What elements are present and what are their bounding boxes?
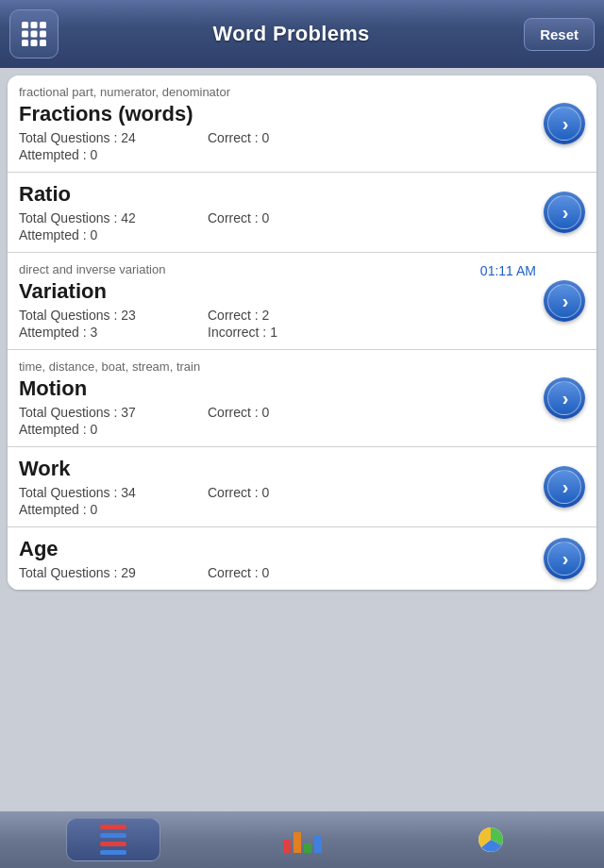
svg-rect-6: [22, 40, 28, 46]
stats-row-1: Total Questions : 37 Correct : 0: [19, 405, 536, 420]
item-stats-age: Total Questions : 29 Correct : 0: [19, 565, 536, 580]
item-subtitle-variation: direct and inverse variation: [19, 262, 165, 276]
total-questions-ratio: Total Questions : 42: [19, 210, 208, 225]
svg-rect-3: [22, 31, 28, 38]
chevron-inner: ›: [547, 542, 581, 576]
item-content-age: Age Total Questions : 29 Correct : 0: [19, 537, 536, 580]
correct-ratio: Correct : 0: [208, 210, 269, 225]
list-item[interactable]: direct and inverse variation 01:11 AM Va…: [8, 253, 596, 350]
chevron-button-fractions[interactable]: ›: [544, 103, 585, 144]
incorrect-variation: Incorrect : 1: [208, 325, 277, 340]
item-content-variation: direct and inverse variation 01:11 AM Va…: [19, 262, 536, 340]
list-item[interactable]: Work Total Questions : 34 Correct : 0 At…: [8, 447, 596, 527]
chevron-inner: ›: [547, 470, 581, 504]
tab-bar: [0, 811, 604, 868]
stats-row-1: Total Questions : 42 Correct : 0: [19, 210, 536, 225]
chevron-inner: ›: [547, 381, 581, 415]
item-subtitle-motion: time, distance, boat, stream, train: [19, 359, 536, 374]
attempted-variation: Attempted : 3: [19, 325, 208, 340]
stats-row-2: Attempted : 0: [19, 422, 536, 437]
list-item[interactable]: Ratio Total Questions : 42 Correct : 0 A…: [8, 173, 596, 253]
grid-menu-button[interactable]: [9, 9, 59, 58]
chevron-button-motion[interactable]: ›: [544, 377, 585, 419]
stats-row-1: Total Questions : 24 Correct : 0: [19, 130, 536, 145]
item-content-work: Work Total Questions : 34 Correct : 0 At…: [19, 457, 536, 517]
item-title-work: Work: [19, 457, 536, 481]
category-list: fractional part, numerator, denominator …: [8, 75, 596, 590]
svg-rect-8: [40, 40, 46, 46]
item-content-fractions: fractional part, numerator, denominator …: [19, 85, 536, 162]
item-content-ratio: Ratio Total Questions : 42 Correct : 0 A…: [19, 182, 536, 242]
svg-rect-5: [40, 31, 46, 38]
item-subtitle-fractions: fractional part, numerator, denominator: [19, 85, 536, 99]
tab-pie-chart[interactable]: [444, 818, 538, 861]
list-item[interactable]: Age Total Questions : 29 Correct : 0 ›: [8, 527, 596, 590]
stats-row-2: Attempted : 0: [19, 147, 536, 162]
item-title-age: Age: [19, 537, 536, 561]
app-header: Word Problems Reset: [0, 0, 604, 68]
tab-list[interactable]: [66, 818, 160, 861]
bar-chart-icon: [283, 826, 322, 853]
correct-work: Correct : 0: [208, 485, 269, 500]
stats-row-1: Total Questions : 23 Correct : 2: [19, 308, 536, 323]
total-questions-fractions: Total Questions : 24: [19, 130, 208, 145]
svg-rect-2: [40, 22, 46, 28]
item-title-variation: Variation: [19, 279, 536, 304]
total-questions-variation: Total Questions : 23: [19, 308, 208, 323]
pie-chart-icon: [477, 826, 505, 854]
correct-age: Correct : 0: [208, 565, 269, 580]
chevron-inner: ›: [547, 107, 581, 141]
correct-fractions: Correct : 0: [208, 130, 269, 145]
correct-motion: Correct : 0: [208, 405, 269, 420]
svg-rect-1: [31, 22, 38, 28]
correct-variation: Correct : 2: [208, 308, 269, 323]
list-icon: [100, 825, 126, 855]
total-questions-work: Total Questions : 34: [19, 485, 208, 500]
item-stats-variation: Total Questions : 23 Correct : 2 Attempt…: [19, 308, 536, 340]
chevron-button-work[interactable]: ›: [544, 466, 585, 508]
item-title-ratio: Ratio: [19, 182, 536, 207]
chevron-right-icon: ›: [562, 477, 569, 496]
chevron-button-age[interactable]: ›: [544, 538, 585, 579]
chevron-right-icon: ›: [562, 292, 569, 310]
chevron-right-icon: ›: [562, 549, 569, 568]
subtitle-row-variation: direct and inverse variation 01:11 AM: [19, 262, 536, 279]
item-title-motion: Motion: [19, 376, 536, 401]
chevron-right-icon: ›: [562, 114, 569, 133]
svg-rect-0: [22, 22, 28, 28]
total-questions-motion: Total Questions : 37: [19, 405, 208, 420]
stats-row-1: Total Questions : 34 Correct : 0: [19, 485, 536, 500]
chevron-right-icon: ›: [562, 203, 569, 222]
tab-bar-chart[interactable]: [255, 818, 349, 861]
stats-row-2: Attempted : 3 Incorrect : 1: [19, 325, 536, 340]
item-stats-ratio: Total Questions : 42 Correct : 0 Attempt…: [19, 210, 536, 242]
item-content-motion: time, distance, boat, stream, train Moti…: [19, 359, 536, 437]
svg-rect-4: [31, 31, 38, 38]
attempted-ratio: Attempted : 0: [19, 227, 208, 242]
attempted-fractions: Attempted : 0: [19, 147, 208, 162]
page-title: Word Problems: [213, 22, 370, 46]
chevron-button-ratio[interactable]: ›: [544, 192, 585, 233]
chevron-button-variation[interactable]: ›: [544, 280, 585, 322]
chevron-right-icon: ›: [562, 389, 569, 408]
stats-row-2: Attempted : 0: [19, 502, 536, 517]
item-stats-fractions: Total Questions : 24 Correct : 0 Attempt…: [19, 130, 536, 162]
item-stats-work: Total Questions : 34 Correct : 0 Attempt…: [19, 485, 536, 517]
item-stats-motion: Total Questions : 37 Correct : 0 Attempt…: [19, 405, 536, 437]
grid-icon: [19, 19, 49, 49]
stats-row-1: Total Questions : 29 Correct : 0: [19, 565, 536, 580]
stats-row-2: Attempted : 0: [19, 227, 536, 242]
timestamp-variation: 01:11 AM: [480, 263, 536, 278]
svg-rect-7: [31, 40, 38, 46]
item-title-fractions: Fractions (words): [19, 102, 536, 126]
chevron-inner: ›: [547, 195, 581, 229]
chevron-inner: ›: [547, 284, 581, 318]
reset-button[interactable]: Reset: [524, 18, 595, 51]
list-item[interactable]: time, distance, boat, stream, train Moti…: [8, 350, 596, 447]
list-item[interactable]: fractional part, numerator, denominator …: [8, 75, 596, 173]
attempted-motion: Attempted : 0: [19, 422, 208, 437]
attempted-work: Attempted : 0: [19, 502, 208, 517]
main-content: fractional part, numerator, denominator …: [0, 68, 604, 811]
total-questions-age: Total Questions : 29: [19, 565, 208, 580]
